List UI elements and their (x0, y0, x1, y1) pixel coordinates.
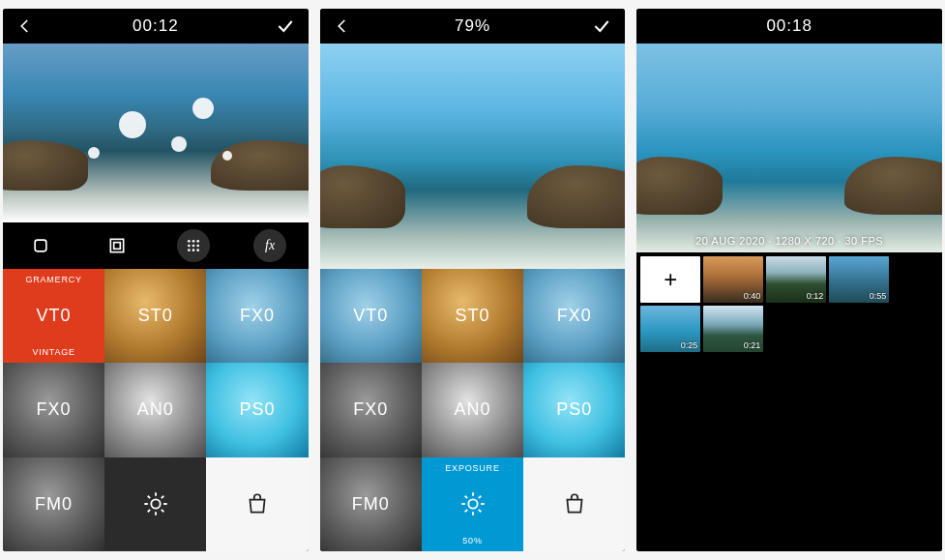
video-preview[interactable]: 20 AUG 2020 · 1280 X 720 · 30 FPS (636, 44, 942, 252)
video-time: 00:18 (766, 16, 812, 36)
topbar: 00:18 (636, 9, 942, 44)
svg-point-13 (468, 500, 477, 509)
filter-vt0[interactable]: GRAMERCY VT0 VINTAGE (3, 269, 104, 363)
filter-grid: VT0 ST0 FX0 FX0 AN0 PS0 FM0 EXPOSURE 50% (320, 269, 626, 551)
clip-thumb[interactable]: 0:55 (829, 256, 889, 303)
filter-grid: GRAMERCY VT0 VINTAGE ST0 FX0 FX0 AN0 PS0… (3, 269, 309, 551)
filter-brightness[interactable] (104, 457, 206, 551)
brightness-icon (459, 490, 487, 517)
filter-an0[interactable]: AN0 (104, 363, 206, 457)
clip-thumb[interactable]: 0:21 (703, 306, 763, 352)
filter-exposure[interactable]: EXPOSURE 50% (422, 457, 523, 551)
clip-gallery: + 0:40 0:12 0:55 0:25 0:21 (636, 252, 942, 551)
confirm-icon[interactable] (592, 16, 611, 36)
svg-point-7 (192, 245, 195, 248)
svg-point-11 (197, 249, 200, 251)
svg-point-10 (192, 249, 195, 251)
svg-point-5 (197, 240, 200, 243)
filter-an0[interactable]: AN0 (422, 363, 523, 457)
filter-fm0[interactable]: FM0 (3, 457, 104, 551)
screen-filters-1: 00:12 fx GRAMERCY VT0 VINTAGE ST0 (3, 9, 309, 551)
filter-fm0[interactable]: FM0 (320, 457, 422, 551)
fx-icon[interactable]: fx (253, 229, 286, 262)
progress-label: 79% (320, 16, 626, 36)
clip-thumb[interactable]: 0:40 (703, 256, 763, 303)
grid-icon[interactable] (177, 229, 210, 262)
filter-st0[interactable]: ST0 (422, 269, 523, 363)
svg-point-12 (151, 500, 160, 509)
filter-ps0[interactable]: PS0 (206, 363, 308, 457)
add-clip-button[interactable]: + (640, 256, 700, 303)
filter-fx0[interactable]: FX0 (523, 269, 625, 363)
svg-point-8 (197, 245, 200, 248)
shop-icon (562, 491, 587, 516)
svg-point-4 (192, 240, 195, 243)
filter-vt0[interactable]: VT0 (320, 269, 422, 363)
video-preview[interactable] (3, 44, 309, 222)
svg-rect-2 (114, 243, 121, 250)
topbar: 79% (320, 9, 626, 44)
frame-icon[interactable] (101, 229, 133, 262)
screen-gallery: 00:18 20 AUG 2020 · 1280 X 720 · 30 FPS … (636, 9, 942, 551)
filter-st0[interactable]: ST0 (104, 269, 206, 363)
svg-rect-1 (111, 239, 124, 251)
aspect-icon[interactable] (24, 229, 57, 262)
filter-fx0[interactable]: FX0 (206, 269, 308, 363)
svg-point-9 (188, 249, 191, 251)
svg-point-3 (188, 240, 191, 243)
plus-icon: + (664, 266, 677, 293)
filter-fx0-b[interactable]: FX0 (3, 363, 104, 457)
filter-shop[interactable] (206, 457, 308, 551)
filter-ps0[interactable]: PS0 (523, 363, 625, 457)
back-icon[interactable] (334, 17, 351, 35)
video-time: 00:12 (3, 16, 309, 36)
filter-shop[interactable] (523, 457, 625, 551)
topbar: 00:12 (3, 9, 309, 44)
shop-icon (245, 491, 270, 516)
screen-filters-2: 79% VT0 ST0 FX0 FX0 AN0 PS0 FM0 EXPOSURE… (320, 9, 626, 551)
back-icon[interactable] (16, 17, 34, 35)
clip-thumb[interactable]: 0:25 (640, 306, 700, 352)
clip-thumb[interactable]: 0:12 (766, 256, 826, 303)
toolbar: fx (3, 222, 309, 269)
brightness-icon (142, 490, 169, 517)
video-metadata: 20 AUG 2020 · 1280 X 720 · 30 FPS (636, 235, 942, 247)
svg-rect-0 (36, 240, 47, 251)
svg-point-6 (188, 245, 191, 248)
filter-fx0-b[interactable]: FX0 (320, 363, 422, 457)
confirm-icon[interactable] (276, 16, 295, 36)
video-preview[interactable] (320, 44, 626, 269)
